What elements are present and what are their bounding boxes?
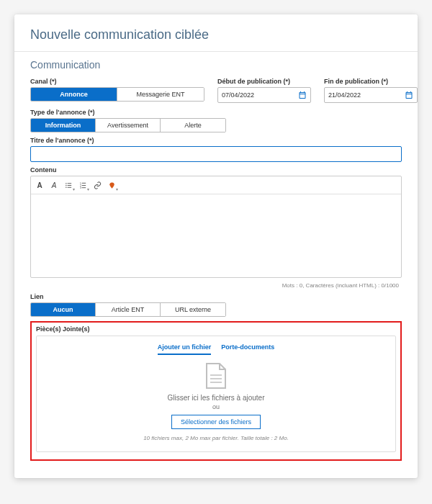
end-date-field: Fin de publication (*) 21/04/2022	[324, 78, 418, 103]
link-field: Lien Aucun Article ENT URL externe	[30, 293, 402, 317]
start-date-input[interactable]: 07/04/2022	[217, 87, 311, 103]
editor-toolbar: A A ▾ 123 ▾ ▾	[31, 176, 401, 194]
channel-option-announcement[interactable]: Annonce	[31, 88, 117, 101]
clear-format-button[interactable]: ▾	[105, 179, 118, 192]
or-text: ou	[45, 403, 387, 410]
end-date-value: 21/04/2022	[328, 91, 361, 99]
channel-segmented: Annonce Messagerie ENT	[30, 87, 204, 102]
svg-text:3: 3	[79, 186, 81, 189]
tab-briefcase[interactable]: Porte-documents	[221, 343, 274, 355]
list-icon	[65, 181, 73, 189]
type-field: Type de l'annonce (*) Information Averti…	[30, 109, 402, 132]
link-option-none[interactable]: Aucun	[31, 303, 96, 316]
section-title: Communication	[30, 59, 402, 71]
title-field: Titre de l'annonce (*)	[30, 137, 402, 162]
attachments-label: Pièce(s) Jointe(s)	[36, 325, 396, 333]
calendar-icon	[405, 91, 413, 99]
type-label: Type de l'annonce (*)	[30, 109, 402, 116]
italic-button[interactable]: A	[48, 179, 60, 192]
svg-rect-7	[81, 182, 86, 183]
type-option-alert[interactable]: Alerte	[161, 119, 225, 132]
tab-add-file[interactable]: Ajouter un fichier	[158, 343, 212, 355]
channel-label: Canal (*)	[30, 78, 204, 85]
link-segmented: Aucun Article ENT URL externe	[30, 302, 226, 317]
divider	[14, 51, 418, 52]
end-date-input[interactable]: 21/04/2022	[324, 87, 418, 103]
channel-option-messaging[interactable]: Messagerie ENT	[117, 88, 204, 101]
svg-point-4	[66, 186, 66, 187]
clear-format-icon	[108, 181, 116, 189]
start-date-field: Début de publication (*) 07/04/2022	[217, 78, 311, 103]
attachments-highlight: Pièce(s) Jointe(s) Ajouter un fichier Po…	[30, 321, 402, 461]
svg-rect-11	[81, 187, 86, 188]
channel-field: Canal (*) Annonce Messagerie ENT	[30, 78, 204, 103]
select-files-button[interactable]: Sélectionner des fichiers	[171, 415, 261, 429]
ordered-list-button[interactable]: 123 ▾	[76, 179, 89, 192]
link-option-article[interactable]: Article ENT	[96, 303, 161, 316]
content-field: Contenu A A ▾ 123 ▾ ▾	[30, 166, 402, 289]
link-label: Lien	[30, 293, 402, 300]
editor-textarea[interactable]	[31, 194, 401, 277]
start-date-label: Début de publication (*)	[217, 78, 311, 85]
link-button[interactable]	[91, 179, 104, 192]
link-icon	[94, 181, 102, 189]
page-title: Nouvelle communication ciblée	[30, 27, 402, 42]
file-icon	[205, 362, 227, 390]
content-counter: Mots : 0, Caractères (incluant HTML) : 0…	[30, 280, 402, 289]
svg-rect-3	[67, 185, 71, 186]
end-date-label: Fin de publication (*)	[324, 78, 418, 85]
type-option-warn[interactable]: Avertissement	[96, 119, 161, 132]
bold-button[interactable]: A	[33, 179, 46, 192]
type-segmented: Information Avertissement Alerte	[30, 118, 226, 132]
chevron-down-icon: ▾	[87, 186, 89, 192]
svg-rect-5	[67, 186, 71, 187]
content-label: Contenu	[30, 166, 402, 174]
row-channel-dates: Canal (*) Annonce Messagerie ENT Début d…	[30, 78, 402, 103]
drop-zone-text: Glisser ici les fichiers à ajouter	[45, 394, 387, 402]
calendar-icon	[298, 91, 307, 99]
title-label: Titre de l'annonce (*)	[30, 137, 402, 144]
type-option-info[interactable]: Information	[31, 119, 96, 132]
title-input[interactable]	[30, 146, 402, 162]
svg-point-2	[66, 184, 66, 185]
svg-point-0	[66, 183, 66, 184]
svg-rect-1	[67, 183, 71, 184]
attachments-tabs: Ajouter un fichier Porte-documents	[45, 343, 387, 355]
ordered-list-icon: 123	[79, 181, 87, 189]
form-card: Nouvelle communication ciblée Communicat…	[14, 14, 418, 478]
chevron-down-icon: ▾	[73, 186, 75, 192]
attachments-panel: Ajouter un fichier Porte-documents Gliss…	[36, 336, 396, 452]
start-date-value: 07/04/2022	[222, 91, 254, 99]
chevron-down-icon: ▾	[116, 186, 118, 192]
link-option-url[interactable]: URL externe	[161, 303, 225, 316]
bullet-list-button[interactable]: ▾	[62, 179, 75, 192]
svg-rect-9	[81, 185, 86, 186]
rich-text-editor: A A ▾ 123 ▾ ▾	[30, 176, 402, 278]
attachments-hint: 10 fichiers max, 2 Mo max par fichier. T…	[45, 435, 387, 441]
